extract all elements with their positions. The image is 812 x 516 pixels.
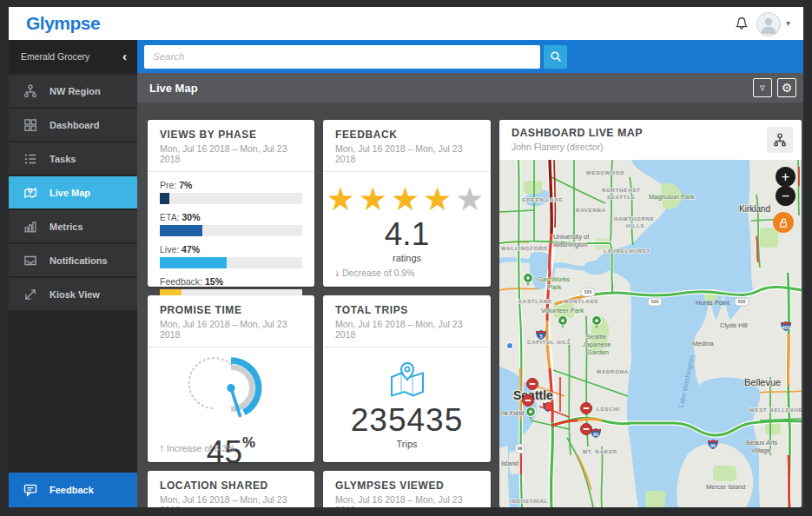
phase-bar-row: Live: 47% [160, 244, 302, 268]
trend-indicator: ↑Increase of 6.3% [159, 442, 235, 454]
bar-track [160, 225, 302, 236]
trips-value: 235435 [323, 403, 491, 438]
svg-text:90: 90 [710, 443, 716, 448]
sidebar-item-live-map[interactable]: Live Map [9, 176, 137, 208]
user-avatar[interactable] [756, 12, 781, 36]
sidebar-item-label: Feedback [50, 485, 94, 495]
top-bar: Glympse ▾ [9, 7, 803, 40]
location-shared-card: LOCATION SHARED Mon, Jul 16 2018 – Mon, … [148, 471, 314, 507]
svg-text:90: 90 [593, 432, 598, 437]
rating-value: 4.1 [323, 217, 491, 252]
card-header: PROMISE TIME Mon, Jul 16 2018 – Mon, Jul… [148, 295, 314, 347]
bar-value: 7% [179, 180, 192, 190]
bar-fill [160, 257, 227, 268]
svg-text:Japanese: Japanese [583, 341, 611, 348]
card-date-range: Mon, Jul 16 2018 – Mon, Jul 23 2018 [335, 494, 479, 507]
svg-text:HAWTHORNE: HAWTHORNE [614, 216, 655, 222]
map-transit-dot [506, 342, 512, 348]
person-icon [757, 13, 780, 36]
sidebar-item-notifications[interactable]: Notifications [9, 244, 137, 276]
zoom-out-button[interactable]: − [776, 186, 795, 206]
org-selector[interactable]: Emerald Grocery ‹ [9, 40, 137, 73]
sidebar-item-tasks[interactable]: Tasks [9, 142, 137, 175]
zoom-in-button[interactable]: + [776, 167, 795, 187]
feedback-card: FEEDBACK Mon, Jul 16 2018 – Mon, Jul 23 … [323, 120, 491, 287]
svg-text:520: 520 [651, 299, 659, 304]
bar-label: Pre: [160, 180, 176, 190]
bar-fill [160, 193, 169, 204]
bar-chart-icon [23, 219, 38, 235]
settings-button[interactable]: ⚙ [777, 78, 796, 97]
sidebar-item-label: Metrics [50, 222, 83, 232]
svg-text:WEST BELLEVUE: WEST BELLEVUE [749, 407, 802, 413]
svg-text:MT. BAKER: MT. BAKER [583, 449, 617, 454]
hierarchy-button[interactable] [767, 127, 793, 153]
glympse-app: Glympse ▾ Emerald Grocery ‹ NW Regio [9, 7, 803, 507]
card-header: TOTAL TRIPS Mon, Jul 16 2018 – Mon, Jul … [323, 295, 491, 347]
svg-text:Park: Park [548, 283, 562, 291]
svg-text:LESCHI: LESCHI [597, 407, 620, 412]
card-date-range: Mon, Jul 16 2018 – Mon, Jul 23 2018 [160, 494, 302, 507]
filter-button[interactable] [753, 78, 772, 97]
bar-label: ETA: [160, 212, 180, 222]
search-icon [550, 50, 562, 63]
bar-track [160, 193, 302, 204]
svg-text:WALLINGFORD: WALLINGFORD [501, 246, 547, 251]
views-by-phase-card: VIEWS BY PHASE Mon, Jul 16 2018 – Mon, J… [148, 120, 314, 287]
bar-label: Feedback: [160, 276, 202, 287]
trend-text: Decrease of 0.9% [342, 268, 414, 278]
svg-text:Kirkland: Kirkland [739, 204, 770, 214]
sidebar: Emerald Grocery ‹ NW Region Dashboard [9, 40, 137, 507]
bar-value: 47% [182, 244, 200, 255]
card-date-range: Mon, Jul 16 2018 – Mon, Jul 23 2018 [335, 319, 479, 340]
star-icon: ★ [423, 182, 455, 217]
sidebar-item-label: Live Map [50, 188, 90, 198]
sidebar-collapse-icon[interactable]: ‹ [122, 50, 127, 63]
bar-value: 30% [182, 212, 200, 222]
phase-bars: Pre: 7% ETA: 30% Live: 47% Feedback: 15% [148, 172, 314, 301]
card-title: TOTAL TRIPS [335, 304, 479, 316]
sidebar-item-label: NW Region [50, 86, 101, 96]
page-title-bar: Live Map ⚙ [137, 73, 803, 103]
search-input[interactable] [144, 45, 540, 69]
increase-arrow-icon: ↑ [159, 442, 164, 454]
map-header: DASHBOARD LIVE MAP John Flanery (directo… [499, 120, 802, 160]
card-title: VIEWS BY PHASE [160, 129, 302, 141]
main-area: Live Map ⚙ VIEWS BY PHASE Mon, Jul 16 20… [137, 40, 803, 507]
promise-time-card: PROMISE TIME Mon, Jul 16 2018 – Mon, Jul… [148, 295, 314, 462]
card-header: LOCATION SHARED Mon, Jul 16 2018 – Mon, … [148, 471, 314, 507]
trips-caption: Trips [323, 439, 491, 449]
unlock-icon [778, 217, 789, 228]
inbox-icon [23, 253, 38, 268]
sidebar-item-feedback[interactable]: Feedback [9, 473, 137, 507]
svg-text:CAPITOL HILL: CAPITOL HILL [527, 340, 571, 345]
feedback-bubble-icon [23, 482, 38, 498]
star-icon: ★ [391, 182, 423, 217]
map-canvas[interactable]: WEDGWOOD NORTHEAST SEATTLE Magnuson Park… [499, 160, 802, 507]
svg-text:Island: Island [501, 460, 518, 467]
sidebar-item-label: Kiosk View [50, 289, 100, 300]
sidebar-item-metrics[interactable]: Metrics [9, 210, 137, 242]
search-button[interactable] [544, 45, 567, 69]
sidebar-item-kiosk-view[interactable]: Kiosk View [9, 278, 137, 310]
svg-text:Village: Village [751, 447, 770, 454]
svg-text:INDUSTRIAL: INDUSTRIAL [510, 499, 548, 504]
svg-text:520: 520 [738, 299, 746, 304]
svg-text:GREEN LAKE: GREEN LAKE [522, 197, 563, 202]
notifications-bell-icon[interactable] [734, 16, 749, 31]
total-trips-card: TOTAL TRIPS Mon, Jul 16 2018 – Mon, Jul … [323, 295, 491, 462]
svg-text:520: 520 [584, 289, 592, 294]
bar-value: 15% [205, 276, 223, 287]
svg-text:NORTHEAST: NORTHEAST [602, 188, 641, 193]
svg-text:5: 5 [539, 334, 542, 339]
glympse-logo: Glympse [26, 13, 100, 34]
trend-text: Increase of 6.3% [167, 443, 235, 453]
svg-text:SEATTLE: SEATTLE [607, 195, 636, 200]
unlock-button[interactable] [773, 212, 794, 233]
chevron-down-icon[interactable]: ▾ [786, 20, 796, 27]
sidebar-item-dashboard[interactable]: Dashboard [9, 109, 137, 141]
bar-track [160, 257, 302, 268]
sidebar-item-label: Tasks [50, 154, 76, 164]
card-title: FEEDBACK [335, 129, 479, 141]
sidebar-item-nw-region[interactable]: NW Region [9, 75, 137, 107]
